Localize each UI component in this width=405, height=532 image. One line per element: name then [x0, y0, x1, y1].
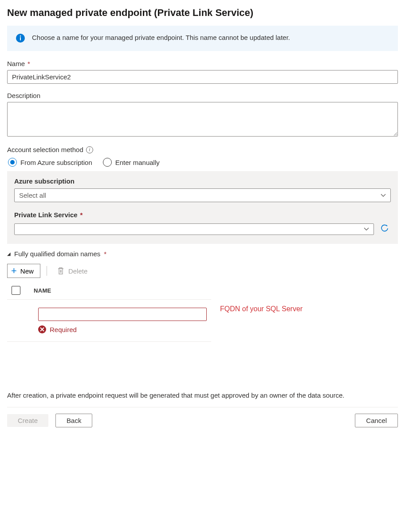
info-circle-icon[interactable]: i: [86, 146, 93, 153]
refresh-icon: [380, 224, 389, 233]
column-name: NAME: [34, 287, 51, 294]
info-icon: [16, 34, 25, 44]
fqdn-input[interactable]: [38, 308, 207, 321]
required-star: *: [80, 211, 83, 219]
svg-rect-1: [20, 37, 21, 40]
fqdn-annotation: FQDN of your SQL Server: [220, 305, 303, 313]
footer-actions: Create Back Cancel: [7, 407, 398, 427]
chevron-down-icon: [381, 193, 386, 198]
back-button[interactable]: Back: [55, 414, 92, 427]
create-button: Create: [7, 414, 48, 427]
cancel-button[interactable]: Cancel: [355, 414, 398, 427]
required-star: *: [28, 60, 30, 67]
expand-triangle-icon: ◢: [7, 251, 11, 256]
subscription-panel: Azure subscription Select all Private Li…: [7, 171, 398, 244]
info-message: Choose a name for your managed private e…: [32, 33, 290, 43]
radio-label: Enter manually: [115, 159, 160, 166]
new-button[interactable]: + New: [7, 264, 40, 278]
chevron-down-icon: [364, 227, 369, 232]
radio-enter-manually[interactable]: Enter manually: [103, 158, 160, 167]
page-title: New managed private endpoint (Private Li…: [7, 7, 398, 19]
radio-from-azure-subscription[interactable]: From Azure subscription: [8, 158, 92, 167]
toolbar-divider: [47, 266, 47, 276]
plus-icon: +: [11, 266, 17, 276]
description-input[interactable]: [7, 102, 398, 137]
azure-subscription-dropdown[interactable]: Select all: [14, 188, 391, 202]
name-label: Name*: [7, 60, 398, 67]
svg-point-2: [20, 35, 21, 37]
radio-label: From Azure subscription: [20, 159, 92, 166]
error-text: Required: [50, 326, 77, 333]
account-method-label: Account selection method i: [7, 146, 398, 153]
delete-button: Delete: [53, 265, 91, 277]
private-link-service-label: Private Link Service*: [14, 211, 391, 219]
info-banner: Choose a name for your managed private e…: [7, 26, 398, 51]
fqdn-table-header: NAME: [7, 284, 211, 300]
select-all-checkbox[interactable]: [12, 286, 20, 295]
description-label: Description: [7, 92, 398, 99]
trash-icon: [57, 267, 65, 275]
name-input[interactable]: [7, 70, 398, 84]
private-link-service-dropdown[interactable]: [14, 223, 374, 235]
fqdn-section-header[interactable]: ◢ Fully qualified domain names *: [7, 250, 398, 258]
refresh-button[interactable]: [378, 222, 391, 236]
azure-subscription-label: Azure subscription: [14, 177, 391, 185]
required-star: *: [104, 250, 106, 258]
error-icon: [38, 325, 46, 333]
table-row: Required FQDN of your SQL Server: [7, 300, 211, 342]
footer-note: After creation, a private endpoint reque…: [7, 391, 398, 401]
